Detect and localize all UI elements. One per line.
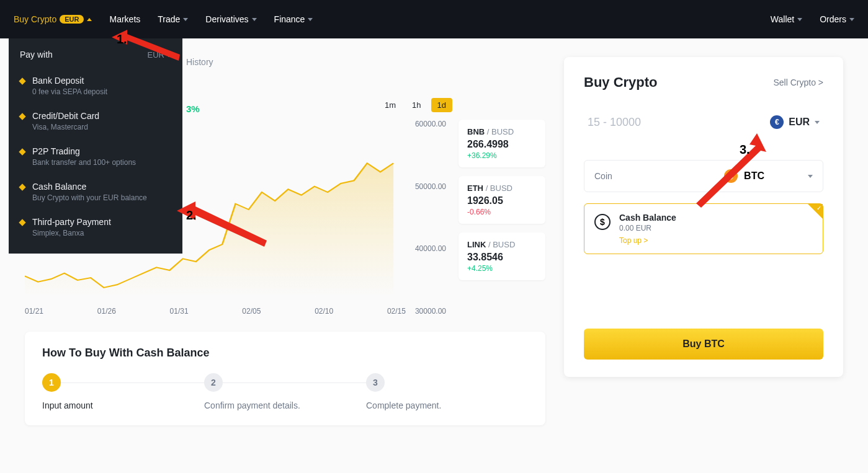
dropdown-item-cash-balance[interactable]: Cash Balance Buy Crypto with your EUR ba…	[9, 174, 182, 210]
x-tick: 02/15	[387, 307, 406, 316]
annotation-label-3: 3.	[740, 143, 750, 157]
dropdown-item-p-p-trading[interactable]: P2P Trading Bank transfer and 100+ optio…	[9, 139, 182, 174]
dropdown-item-subtitle: 0 fee via SEPA deposit	[32, 87, 107, 96]
ticker-pair: ETH / BUSD	[467, 183, 537, 193]
time-tabs: 1m1h1d	[378, 98, 545, 112]
step-connector	[61, 382, 204, 383]
ticker-price: 33.8546	[467, 252, 537, 263]
ticker-change: +4.25%	[467, 264, 537, 273]
caret-down-icon	[808, 175, 813, 178]
step-label: Confirm payment details.	[204, 400, 366, 410]
diamond-icon	[19, 148, 25, 155]
dropdown-item-title: Third-party Payment	[32, 217, 111, 227]
nav-orders[interactable]: Orders	[820, 14, 854, 24]
howto-step-2: 2 Confirm payment details.	[204, 373, 366, 410]
step-number: 3	[366, 373, 385, 392]
caret-down-icon	[815, 121, 820, 124]
ticker-column: BNB / BUSD 266.4998 +36.29%ETH / BUSD 19…	[459, 120, 545, 316]
ticker-price: 1926.05	[467, 195, 537, 206]
dropdown-item-third-party-payment[interactable]: Third-party Payment Simplex, Banxa	[9, 210, 182, 245]
chevron-right-icon: ▸	[168, 51, 171, 58]
step-label: Complete payment.	[366, 400, 528, 410]
history-label: History	[186, 57, 545, 67]
amount-input[interactable]: 15 - 10000	[588, 116, 641, 129]
ticker-change: -0.66%	[467, 208, 537, 216]
time-tab-1m[interactable]: 1m	[378, 98, 402, 112]
step-connector	[223, 382, 366, 383]
chart-y-axis: 60000.0050000.0040000.0030000.00	[415, 120, 446, 316]
sell-crypto-link[interactable]: Sell Crypto >	[773, 77, 823, 87]
caret-down-icon	[252, 18, 257, 21]
dropdown-item-bank-deposit[interactable]: Bank Deposit 0 fee via SEPA deposit	[9, 68, 182, 104]
step-label: Input amount	[42, 400, 204, 410]
chart-percent-change: 3%	[186, 104, 200, 114]
cash-balance-amount: 0.00 EUR	[619, 224, 676, 232]
diamond-icon	[19, 183, 25, 190]
eur-icon: €	[770, 115, 784, 129]
x-tick: 02/05	[242, 307, 261, 316]
nav-wallet[interactable]: Wallet	[771, 14, 802, 24]
y-tick: 40000.00	[415, 244, 446, 253]
dropdown-item-credit-debit-card[interactable]: Credit/Debit Card Visa, Mastercard	[9, 104, 182, 139]
time-tab-1d[interactable]: 1d	[431, 98, 452, 112]
dropdown-item-subtitle: Bank transfer and 100+ options	[32, 158, 136, 167]
chart-x-axis: 01/2101/2601/3102/0502/1002/15	[25, 307, 446, 316]
caret-down-icon	[183, 18, 188, 21]
time-tab-1h[interactable]: 1h	[406, 98, 427, 112]
caret-down-icon	[849, 18, 854, 21]
diamond-icon	[19, 77, 25, 84]
ticker-card-link[interactable]: LINK / BUSD 33.8546 +4.25%	[459, 232, 545, 280]
ticker-pair: LINK / BUSD	[467, 240, 537, 249]
nav-buy-crypto-label: Buy Crypto	[14, 14, 56, 24]
coin-select-row[interactable]: Coin ₿ BTC	[584, 160, 823, 192]
ticker-card-eth[interactable]: ETH / BUSD 1926.05 -0.66%	[459, 176, 545, 224]
x-tick: 01/26	[97, 307, 116, 316]
howto-step-1: 1 Input amount	[42, 373, 204, 410]
dropdown-item-subtitle: Simplex, Banxa	[32, 229, 111, 237]
ticker-card-bnb[interactable]: BNB / BUSD 266.4998 +36.29%	[459, 120, 545, 167]
caret-down-icon	[797, 18, 802, 21]
dropdown-item-title: P2P Trading	[32, 146, 136, 156]
ticker-change: +36.29%	[467, 151, 537, 160]
annotation-label-2: 2.	[186, 208, 197, 223]
x-tick: 01/31	[170, 307, 189, 316]
nav-buy-crypto[interactable]: Buy Crypto EUR	[14, 14, 92, 24]
cash-balance-title: Cash Balance	[619, 213, 676, 223]
dropdown-item-title: Cash Balance	[32, 182, 147, 192]
nav-markets[interactable]: Markets	[109, 14, 140, 24]
currency-badge: EUR	[60, 15, 84, 24]
dropdown-currency-select[interactable]: EUR ▸	[148, 50, 171, 60]
top-nav: Buy Crypto EUR Markets Trade Derivatives…	[0, 0, 868, 38]
y-tick: 50000.00	[415, 182, 446, 191]
x-tick: 02/10	[315, 307, 333, 316]
y-tick: 60000.00	[415, 120, 446, 128]
diamond-icon	[19, 219, 25, 226]
dropdown-item-subtitle: Buy Crypto with your EUR balance	[32, 193, 147, 202]
ticker-price: 266.4998	[467, 139, 537, 150]
buy-button[interactable]: Buy BTC	[584, 329, 823, 360]
howto-panel: How To Buy With Cash Balance 1 Input amo…	[25, 332, 545, 425]
dropdown-item-title: Bank Deposit	[32, 76, 107, 86]
step-number: 2	[204, 373, 223, 392]
dropdown-header-label: Pay with	[20, 50, 53, 60]
caret-down-icon	[308, 18, 313, 21]
topup-link[interactable]: Top up >	[619, 236, 676, 245]
x-tick: 01/21	[25, 307, 43, 316]
nav-derivatives[interactable]: Derivatives	[205, 14, 256, 24]
howto-title: How To Buy With Cash Balance	[42, 347, 528, 360]
btc-icon: ₿	[724, 169, 738, 183]
buy-panel: Buy Crypto Sell Crypto > 15 - 10000 € EU…	[564, 57, 843, 377]
fiat-currency-select[interactable]: € EUR	[770, 115, 820, 129]
dollar-icon: $	[594, 214, 611, 230]
buy-crypto-dropdown: Pay with EUR ▸ Bank Deposit 0 fee via SE…	[9, 38, 182, 254]
buy-panel-title: Buy Crypto	[584, 74, 658, 91]
nav-trade[interactable]: Trade	[158, 14, 188, 24]
dropdown-item-title: Credit/Debit Card	[32, 111, 99, 121]
howto-step-3: 3 Complete payment.	[366, 373, 528, 410]
coin-label: Coin	[594, 171, 612, 181]
nav-finance[interactable]: Finance	[274, 14, 313, 24]
dropdown-item-subtitle: Visa, Mastercard	[32, 123, 99, 131]
annotation-label-1: 1.	[117, 32, 127, 46]
cash-balance-card[interactable]: ✓ $ Cash Balance 0.00 EUR Top up >	[584, 203, 823, 254]
ticker-pair: BNB / BUSD	[467, 127, 537, 136]
